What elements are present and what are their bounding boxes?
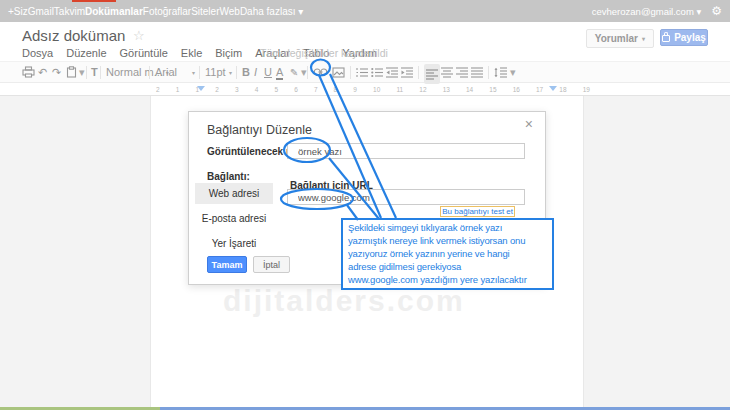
ruler-number: 1	[176, 86, 180, 93]
account-menu[interactable]: cevherozan@gmail.com ▾	[592, 6, 701, 17]
toolbar-divider	[418, 66, 419, 79]
align-left-button[interactable]	[424, 64, 440, 84]
toolbar-divider	[199, 66, 200, 79]
google-topbar: +SizGmailTakvimDokümanlarFotoğraflarSite…	[0, 0, 730, 22]
annotation-note: Şekildeki simgeyi tıklıyarak örnek yazı …	[341, 218, 554, 290]
toolbar-divider	[149, 66, 150, 79]
close-icon[interactable]: ×	[525, 116, 533, 132]
menu-item[interactable]: Düzenle	[66, 47, 106, 59]
ruler-number: 2	[215, 86, 219, 93]
font-size-dropdown[interactable]: 11pt ▾	[205, 62, 232, 82]
underline-button[interactable]: U	[264, 62, 272, 82]
chevron-down-icon: ▾	[229, 69, 232, 76]
menu-item[interactable]: Görüntüle	[120, 47, 168, 59]
ruler-number: 9	[353, 86, 357, 93]
toolbar-divider	[236, 66, 237, 79]
ruler-number: 12	[419, 86, 426, 93]
google-docs-window: +SizGmailTakvimDokümanlarFotoğraflarSite…	[0, 0, 730, 410]
link-type-option[interactable]: Web adresi	[195, 183, 273, 204]
align-justify-button[interactable]	[471, 62, 483, 82]
font-size-value: 11pt	[205, 66, 226, 78]
right-margin-marker[interactable]	[549, 86, 557, 91]
highlight-color-button[interactable]: ✎	[290, 62, 298, 82]
increase-indent-button[interactable]	[401, 62, 413, 82]
topbar-nav-item[interactable]: Takvim	[54, 6, 85, 17]
chevron-down-icon: ▾	[192, 69, 195, 76]
ruler-number: 14	[466, 86, 473, 93]
star-icon[interactable]: ☆	[133, 28, 145, 43]
left-margin-marker[interactable]	[197, 86, 205, 91]
display-text-input[interactable]	[287, 143, 525, 159]
insert-link-button[interactable]	[313, 62, 328, 82]
ruler-number: 18	[559, 86, 566, 93]
ruler-number: 15	[489, 86, 496, 93]
highlight-caret-icon[interactable]: ▾	[301, 62, 307, 82]
ruler-number: 13	[443, 86, 450, 93]
clear-format-button[interactable]: T	[91, 62, 98, 82]
dialog-title: Bağlantıyı Düzenle	[207, 123, 312, 137]
text-color-button[interactable]: A	[276, 65, 283, 80]
ruler-numbers: 2112345678910111213141516171819	[150, 84, 596, 95]
cancel-button[interactable]: İptal	[253, 256, 290, 273]
font-value: Arial	[155, 66, 177, 78]
ruler-number: 5	[274, 86, 278, 93]
topbar-nav-item[interactable]: Fotoğraflar	[143, 6, 191, 17]
paint-format-button[interactable]	[66, 62, 77, 82]
decrease-indent-button[interactable]	[386, 62, 398, 82]
ruler-number: 16	[513, 86, 520, 93]
ruler-number: 19	[583, 86, 590, 93]
redo-button[interactable]: ↷	[52, 62, 61, 82]
ok-button[interactable]: Tamam	[207, 256, 247, 273]
ruler-number: 2	[156, 86, 160, 93]
italic-button[interactable]: I	[254, 62, 257, 82]
menu-item[interactable]: Ekle	[181, 47, 202, 59]
menu-item[interactable]: Biçim	[215, 47, 242, 59]
bold-button[interactable]: B	[242, 62, 250, 82]
topbar-nav-item[interactable]: +Siz	[8, 6, 28, 17]
topbar-nav-item[interactable]: Daha fazlası ▾	[240, 6, 303, 17]
ruler[interactable]: 2112345678910111213141516171819	[0, 84, 730, 96]
link-section-label: Bağlantı:	[207, 171, 250, 182]
active-tab-indicator	[72, 0, 116, 2]
ruler-number: 10	[373, 86, 380, 93]
ruler-number: 7	[314, 86, 318, 93]
print-button[interactable]	[22, 62, 35, 82]
url-input[interactable]	[287, 189, 525, 205]
comments-button[interactable]: Yorumlar ▾	[586, 29, 654, 48]
save-status: Tüm değişiklikler kaydedildi	[260, 47, 388, 59]
lock-icon	[662, 35, 670, 42]
numbered-list-button[interactable]	[356, 62, 368, 82]
topbar-nav-item[interactable]: Dokümanlar	[85, 6, 143, 17]
link-type-option[interactable]: E-posta adresi	[195, 208, 273, 229]
align-right-button[interactable]	[456, 62, 468, 82]
line-spacing-caret-icon[interactable]: ▾	[510, 62, 516, 82]
font-dropdown[interactable]: Arial ▾	[155, 62, 195, 82]
ruler-number: 4	[255, 86, 259, 93]
topbar-nav-item[interactable]: Gmail	[28, 6, 54, 17]
topbar-nav-item[interactable]: Siteler	[191, 6, 219, 17]
topbar-nav-item[interactable]: Web	[220, 6, 240, 17]
line-spacing-button[interactable]	[494, 62, 507, 82]
share-button[interactable]: Paylaş	[660, 29, 708, 46]
align-center-button[interactable]	[441, 62, 453, 82]
link-type-option[interactable]: Yer İşareti	[195, 233, 273, 254]
undo-button[interactable]: ↶	[38, 62, 47, 82]
toolbar: ↶ ↷ ▾ T Normal m... ▾ Arial ▾ 11pt ▾ B I…	[0, 61, 730, 83]
menu-item[interactable]: Dosya	[22, 47, 53, 59]
share-label: Paylaş	[674, 32, 706, 43]
toolbar-divider	[100, 66, 101, 79]
ruler-number: 6	[294, 86, 298, 93]
document-title[interactable]: Adsız doküman	[22, 27, 125, 44]
ruler-number: 3	[235, 86, 239, 93]
paint-format-caret-icon[interactable]: ▾	[79, 62, 85, 82]
gear-icon[interactable]: ⚙	[711, 4, 722, 18]
test-link[interactable]: Bu bağlantıyı test et	[440, 206, 515, 217]
toolbar-divider	[350, 66, 351, 79]
comments-label: Yorumlar	[595, 33, 638, 44]
insert-image-button[interactable]	[332, 62, 345, 82]
toolbar-divider	[307, 66, 308, 79]
ruler-number: 11	[396, 86, 403, 93]
ruler-number: 17	[536, 86, 543, 93]
bulleted-list-button[interactable]	[371, 62, 383, 82]
ruler-number: 8	[334, 86, 338, 93]
